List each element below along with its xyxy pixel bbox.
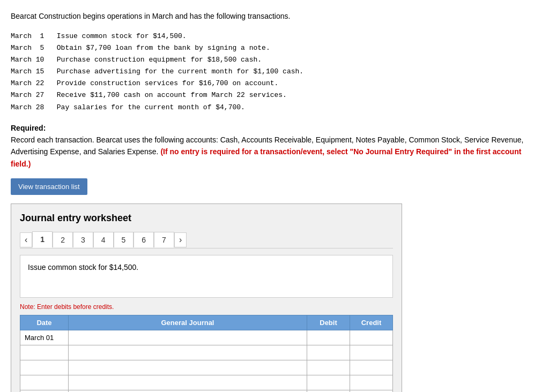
tab-7[interactable]: 7 bbox=[154, 232, 174, 247]
transaction-item-7: March 28 Pay salaries for the current mo… bbox=[11, 102, 538, 114]
debit-input-1[interactable] bbox=[311, 334, 345, 342]
tab-4[interactable]: 4 bbox=[93, 232, 114, 247]
header-date: Date bbox=[20, 315, 69, 330]
transaction-item-3: March 10 Purchase construction equipment… bbox=[11, 54, 538, 66]
journal-worksheet: Journal entry worksheet ‹ 1 2 3 4 5 6 7 … bbox=[11, 203, 402, 392]
debit-cell-4[interactable] bbox=[307, 375, 350, 390]
table-row bbox=[20, 345, 393, 360]
note-text: Note: Enter debits before credits. bbox=[20, 303, 393, 311]
general-cell-2[interactable] bbox=[69, 345, 307, 360]
transaction-item-6: March 27 Receive $11,700 cash on account… bbox=[11, 89, 538, 101]
credit-input-2[interactable] bbox=[354, 349, 388, 357]
credit-input-3[interactable] bbox=[354, 364, 388, 372]
credit-cell-3[interactable] bbox=[350, 360, 393, 375]
debit-cell-1[interactable] bbox=[307, 330, 350, 345]
general-input-4[interactable] bbox=[73, 379, 302, 387]
required-label: Required: bbox=[11, 124, 46, 132]
required-section: Required: Record each transaction. Bearc… bbox=[11, 122, 538, 170]
debit-cell-2[interactable] bbox=[307, 345, 350, 360]
general-cell-3[interactable] bbox=[69, 360, 307, 375]
tab-5[interactable]: 5 bbox=[114, 232, 134, 247]
journal-table: Date General Journal Debit Credit March … bbox=[20, 315, 393, 392]
general-cell-1[interactable] bbox=[69, 330, 307, 345]
general-input-1[interactable] bbox=[73, 334, 302, 342]
debit-input-4[interactable] bbox=[311, 379, 345, 387]
table-row bbox=[20, 360, 393, 375]
date-cell-1: March 01 bbox=[20, 330, 69, 345]
header-credit: Credit bbox=[350, 315, 393, 330]
tab-2[interactable]: 2 bbox=[53, 232, 73, 247]
tab-3[interactable]: 3 bbox=[73, 232, 93, 247]
table-row bbox=[20, 375, 393, 390]
credit-input-1[interactable] bbox=[354, 334, 388, 342]
transaction-item-5: March 22 Provide construction services f… bbox=[11, 78, 538, 89]
general-input-3[interactable] bbox=[73, 364, 302, 372]
credit-cell-4[interactable] bbox=[350, 375, 393, 390]
date-cell-4 bbox=[20, 375, 69, 390]
tab-navigation: ‹ 1 2 3 4 5 6 7 › bbox=[20, 231, 393, 248]
tab-1[interactable]: 1 bbox=[32, 231, 53, 248]
tab-prev-arrow[interactable]: ‹ bbox=[20, 232, 32, 247]
table-row: March 01 bbox=[20, 330, 393, 345]
transaction-item-4: March 15 Purchase advertising for the cu… bbox=[11, 66, 538, 78]
tab-6[interactable]: 6 bbox=[133, 232, 154, 247]
general-cell-4[interactable] bbox=[69, 375, 307, 390]
general-input-2[interactable] bbox=[73, 349, 302, 357]
transaction-description-box: Issue common stock for $14,500. bbox=[20, 255, 393, 298]
header-general-journal: General Journal bbox=[69, 315, 307, 330]
intro-text: Bearcat Construction begins operations i… bbox=[11, 11, 538, 22]
journal-title: Journal entry worksheet bbox=[20, 213, 393, 224]
transactions-list: March 1 Issue common stock for $14,500. … bbox=[11, 31, 538, 114]
header-debit: Debit bbox=[307, 315, 350, 330]
transaction-description-text: Issue common stock for $14,500. bbox=[28, 263, 138, 272]
date-cell-3 bbox=[20, 360, 69, 375]
debit-cell-3[interactable] bbox=[307, 360, 350, 375]
credit-cell-1[interactable] bbox=[350, 330, 393, 345]
transaction-item-2: March 5 Obtain $7,700 loan from the bank… bbox=[11, 42, 538, 54]
credit-cell-2[interactable] bbox=[350, 345, 393, 360]
debit-input-2[interactable] bbox=[311, 349, 345, 357]
credit-input-4[interactable] bbox=[354, 379, 388, 387]
view-transaction-button[interactable]: View transaction list bbox=[11, 178, 87, 195]
transaction-item-1: March 1 Issue common stock for $14,500. bbox=[11, 31, 538, 42]
tab-next-arrow[interactable]: › bbox=[174, 232, 187, 247]
date-cell-2 bbox=[20, 345, 69, 360]
debit-input-3[interactable] bbox=[311, 364, 345, 372]
